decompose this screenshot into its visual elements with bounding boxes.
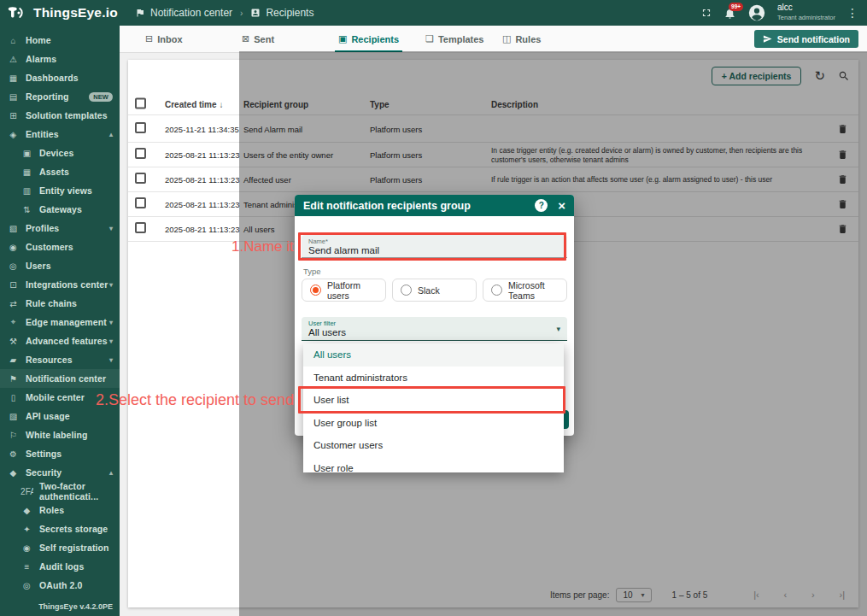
row-checkbox[interactable] <box>135 173 146 184</box>
sidebar-item-label: Mobile center <box>26 392 85 402</box>
sidebar-item-label: Integrations center <box>26 279 108 290</box>
close-icon[interactable]: × <box>558 199 565 212</box>
user-name: alcc <box>777 3 835 12</box>
sidebar-item[interactable]: ▣ Devices <box>0 144 120 162</box>
sidebar-item[interactable]: ▦ Assets <box>0 162 120 181</box>
sidebar-item[interactable]: ⚐ White labeling <box>0 425 120 444</box>
sidebar-item[interactable]: ▦ Dashboards <box>0 68 120 87</box>
type-radio-option[interactable]: Platform users <box>302 279 386 302</box>
tab-icon: ⊠ <box>242 33 249 44</box>
fullscreen-icon[interactable] <box>700 7 712 19</box>
avatar[interactable] <box>747 3 766 22</box>
sidebar-item[interactable]: ▧ Profiles ▾ <box>0 219 120 238</box>
sidebar-item-icon: ⚠ <box>7 55 20 64</box>
sidebar-item[interactable]: ✦ Secrets storage <box>0 519 120 538</box>
recipients-icon <box>250 8 261 18</box>
sidebar-item-label: Users <box>26 261 51 271</box>
sidebar-item-label: Solution templates <box>26 110 108 120</box>
logo[interactable]: ThingsEye.io <box>0 5 126 21</box>
sidebar-item[interactable]: ▨ API usage <box>0 407 120 425</box>
tab[interactable]: ⊠ Sent <box>242 33 274 44</box>
header-actions: 99+ alcc Tenant administrator ⋮ <box>700 3 867 22</box>
sidebar-item-label: Assets <box>39 167 69 177</box>
sidebar-item[interactable]: ◉ Customers <box>0 238 120 256</box>
sidebar-item[interactable]: ▰ Resources ▾ <box>0 350 120 369</box>
sidebar-item[interactable]: ≡ Audit logs <box>0 557 120 576</box>
radio-icon <box>401 285 412 296</box>
sidebar-item[interactable]: ⇅ Gateways <box>0 200 120 219</box>
cell-created-time: 2025-08-21 11:13:23 <box>165 225 240 234</box>
column-created-time[interactable]: Created time↓ <box>165 100 240 109</box>
sidebar-item-icon: 2FA <box>21 487 33 496</box>
select-all-checkbox[interactable] <box>135 98 146 109</box>
type-radio-option[interactable]: Slack <box>392 279 477 302</box>
sidebar-item[interactable]: ⚒ Advanced features ▾ <box>0 331 120 350</box>
dropdown-option[interactable]: All users <box>303 343 564 367</box>
user-info[interactable]: alcc Tenant administrator <box>777 3 835 22</box>
sidebar-item[interactable]: ◎ OAuth 2.0 <box>0 576 120 595</box>
sidebar-item-label: Settings <box>26 449 62 459</box>
sidebar-item[interactable]: ◎ Users <box>0 256 120 275</box>
type-section-label: Type <box>303 267 321 276</box>
kebab-menu-icon[interactable]: ⋮ <box>846 6 858 20</box>
sidebar-item[interactable]: ⚠ Alarms <box>0 50 120 68</box>
sidebar-item[interactable]: ◆ Roles <box>0 501 120 519</box>
sidebar-item-label: Entities <box>26 129 59 139</box>
sidebar-item-icon: ▦ <box>21 167 33 177</box>
row-checkbox[interactable] <box>135 197 146 208</box>
dropdown-option[interactable]: Customer users <box>303 434 564 457</box>
sidebar-item-icon: ◎ <box>7 261 20 271</box>
sidebar-item[interactable]: ◈ Entities ▴ <box>0 125 120 144</box>
row-checkbox[interactable] <box>135 148 146 159</box>
sidebar-item[interactable]: ⊡ Integrations center ▾ <box>0 275 120 294</box>
sidebar-item-label: Notification center <box>26 373 106 384</box>
sidebar-item-icon: ◎ <box>21 581 33 590</box>
sidebar-item[interactable]: ⌂ Home <box>0 31 120 50</box>
sidebar-item-icon: ◆ <box>7 468 20 478</box>
sidebar-item-icon: ⇅ <box>21 205 33 214</box>
sidebar-item-icon: ⊡ <box>7 280 20 290</box>
sidebar-item[interactable]: ▥ Entity views <box>0 181 120 200</box>
sidebar-item-icon: ⊞ <box>7 111 20 120</box>
sidebar-item-icon: ⚙ <box>7 449 20 459</box>
user-filter-select[interactable]: User filter All users ▾ <box>302 317 567 341</box>
tab[interactable]: ⊟ Inbox <box>145 33 183 44</box>
dropdown-option[interactable]: User group list <box>303 412 564 435</box>
type-radio-option[interactable]: Microsoft Teams <box>483 279 567 302</box>
sidebar-item-label: Edge management <box>26 317 107 327</box>
chevron-icon: ▾ <box>109 356 113 364</box>
row-checkbox[interactable] <box>135 122 146 133</box>
breadcrumb-page: Recipients <box>266 7 313 19</box>
sidebar-item[interactable]: ▤ Reporting NEW <box>0 87 120 106</box>
sidebar-item[interactable]: ◆ Security ▴ <box>0 463 120 482</box>
tab[interactable]: ◫ Rules <box>502 33 541 44</box>
dropdown-option[interactable]: User role <box>303 457 564 473</box>
sidebar-item-label: Secrets storage <box>39 524 108 534</box>
notifications-bell[interactable]: 99+ <box>723 7 736 20</box>
sidebar-item[interactable]: ⚑ Notification center <box>0 369 120 388</box>
annotation-rect-name-field <box>298 232 566 261</box>
sidebar-item[interactable]: 2FA Two-factor authenticati... <box>0 482 120 501</box>
sidebar-item-label: OAuth 2.0 <box>39 580 83 590</box>
sidebar-item[interactable]: ◉ Self registration <box>0 538 120 557</box>
row-checkbox[interactable] <box>135 222 146 233</box>
sidebar-item-label: Reporting <box>26 91 68 102</box>
tab-bar: ⊟ Inbox ⊠ Sent ▣ Recipients ❏ <box>120 26 867 53</box>
sidebar-item-icon: ▤ <box>7 92 20 102</box>
sidebar-item[interactable]: ⚙ Settings <box>0 444 120 463</box>
sidebar-item-icon: ▨ <box>7 412 20 421</box>
annotation-rect-user-list <box>298 386 565 414</box>
breadcrumb-section[interactable]: Notification center <box>150 7 232 19</box>
sidebar-item-icon: ◆ <box>21 506 33 515</box>
sidebar-item-icon: ⚐ <box>7 431 20 440</box>
sidebar-item[interactable]: ⇄ Rule chains <box>0 294 120 313</box>
tab[interactable]: ▣ Recipients <box>338 33 399 44</box>
tab[interactable]: ❏ Templates <box>425 33 483 44</box>
sidebar-item[interactable]: ⊞ Solution templates <box>0 106 120 125</box>
breadcrumb: Notification center › Recipients <box>135 7 313 19</box>
send-notification-button[interactable]: Send notification <box>754 30 858 48</box>
sidebar-item[interactable]: ⌖ Edge management ▾ <box>0 313 120 331</box>
help-icon[interactable]: ? <box>535 199 548 212</box>
tab-icon: ⊟ <box>145 33 153 44</box>
sidebar-item-label: Self registration <box>39 543 109 553</box>
